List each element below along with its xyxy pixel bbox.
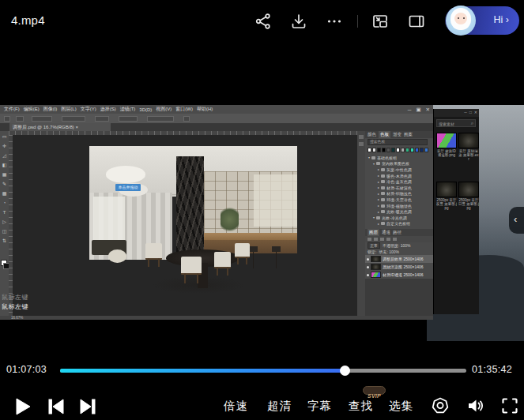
keystroke-overlay-line: 鼠标左键 (2, 302, 28, 311)
swatches-search-placeholder: 搜索色板 (368, 140, 427, 144)
tab-channels: 通道 (382, 229, 390, 236)
widescreen-button[interactable] (408, 13, 425, 30)
photoshop-status-bar: 16.67% (0, 316, 433, 320)
progress-bar[interactable] (60, 369, 466, 373)
account-label: Hi › (494, 14, 509, 25)
filter-icon (386, 238, 390, 241)
asset-item: 客厅 材质ID 通道图.png (436, 133, 457, 157)
progress-knob[interactable] (340, 366, 350, 376)
tab-gradients: 渐变 (393, 131, 401, 138)
menu-window: 窗口(W) (175, 106, 193, 113)
swatch (382, 148, 386, 152)
tab-layers: 图层 (368, 229, 379, 236)
photoshop-window: 文件(F) 编辑(E) 图像(I) 图层(L) 文字(Y) 选择(S) 滤镜(T… (0, 105, 433, 320)
swatches-panel-tabs: 颜色 色板 渐变 图案 (365, 131, 433, 138)
pic-stone-column (176, 156, 203, 252)
play-button[interactable] (14, 397, 32, 419)
swatch (420, 148, 424, 152)
document-tab: 调整后.psd @ 16.7%(RGB/8) × (9, 123, 111, 131)
avatar-face (454, 13, 467, 24)
options-control (16, 116, 24, 122)
fullscreen-icon (500, 396, 519, 415)
menu-layer: 图层(L) (61, 106, 76, 113)
stamp-tool-icon: ▩ (2, 191, 7, 196)
dock-icon (359, 142, 364, 146)
speed-button[interactable]: 倍速 (224, 399, 248, 414)
asset-item: 客厅 原始渲染 效果图.exr (458, 133, 479, 161)
lock-label: 锁定: (368, 249, 376, 254)
settings-icon (431, 396, 450, 415)
tab-patterns: 图案 (404, 131, 413, 138)
close-icon: ✕ (426, 106, 430, 113)
swatch-group-row: ▾光效-冷光色调 (365, 215, 441, 221)
photoshop-window-controls: ─ ▣ ✕ (408, 106, 430, 113)
pic-chair (235, 243, 249, 258)
progress-fill (60, 369, 345, 373)
settings-button[interactable] (431, 396, 450, 415)
share-button[interactable] (254, 13, 272, 30)
chevron-left-icon: ‹ (514, 213, 517, 225)
asset-thumbnail (458, 182, 479, 197)
layer-thumbnail (371, 264, 381, 270)
find-button[interactable]: 查找 (349, 399, 373, 414)
download-button[interactable] (290, 13, 307, 30)
more-button[interactable] (326, 13, 343, 30)
swatch (401, 148, 405, 152)
canvas-tooltip: 单击并拖动 (115, 184, 141, 191)
quality-button[interactable]: 超清 (267, 399, 292, 414)
menu-type: 文字(Y) (81, 106, 96, 113)
account-button[interactable]: Hi › (445, 6, 519, 35)
video-surface[interactable]: 文件(F) 编辑(E) 图像(I) 图层(L) 文字(Y) 选择(S) 滤镜(T… (0, 76, 524, 341)
picture-in-picture-icon (371, 13, 389, 30)
fullscreen-button[interactable] (500, 396, 519, 415)
swatch (410, 148, 414, 152)
pic-bar-counter (204, 233, 297, 239)
side-panel-toggle: ‹ (509, 207, 524, 234)
topbar-divider (357, 15, 358, 28)
shape-tool-icon: ▷ (2, 219, 6, 224)
tab-swatches: 色板 (379, 131, 390, 138)
layers-panel-tabs: 图层 通道 路径 (365, 229, 433, 236)
layer-row: 材质ID通道 2500×1406 (365, 271, 433, 279)
menu-3d: 3D(D) (139, 107, 152, 112)
swatch (386, 148, 390, 152)
more-icon (326, 13, 343, 30)
layer-thumbnail (371, 272, 381, 278)
volume-button[interactable] (466, 396, 484, 415)
move-tool-icon: ▭ (2, 134, 7, 139)
asset-window-titlebar: ─ □ ✕ (434, 109, 479, 117)
visibility-eye-icon (367, 266, 369, 268)
pic-pouf (108, 249, 127, 263)
tab-color: 颜色 (368, 131, 376, 138)
video-title: 4.mp4 (11, 13, 45, 27)
filter-icon (380, 238, 384, 241)
asset-item: 2500px 客厅 日景 效果图.jpg (458, 182, 479, 210)
previous-button[interactable] (47, 399, 65, 418)
filter-icon (393, 238, 397, 241)
menu-select: 选择(S) (100, 106, 116, 113)
next-icon (79, 399, 96, 414)
blend-mode-select: 正常 (368, 242, 380, 249)
filter-icon (368, 238, 371, 241)
swatch (368, 148, 371, 152)
episodes-button[interactable]: 选集 (389, 399, 413, 414)
dock-icon (359, 135, 364, 139)
next-button[interactable] (79, 399, 96, 418)
lock-row: 锁定: 填充: 100% (365, 249, 433, 255)
filter-icon (374, 238, 378, 241)
lasso-tool-icon: ◿ (2, 153, 6, 158)
swatch-group-row: ▾基础色板组 (365, 155, 436, 161)
options-control (183, 116, 190, 122)
type-tool-icon: T (3, 210, 6, 215)
swatch (396, 148, 400, 152)
maximize-icon: □ (469, 109, 472, 116)
picture-in-picture-button[interactable] (371, 13, 389, 30)
minimize-icon: ─ (408, 106, 412, 113)
options-control (119, 116, 138, 122)
menu-help: 帮助(H) (197, 106, 213, 113)
subtitles-button[interactable]: 字幕 (307, 399, 332, 414)
widescreen-icon (408, 13, 425, 30)
asset-thumbnail (458, 133, 479, 148)
play-icon (14, 397, 32, 416)
swatch-group-row: ▾室内效果图色板 (365, 161, 441, 167)
